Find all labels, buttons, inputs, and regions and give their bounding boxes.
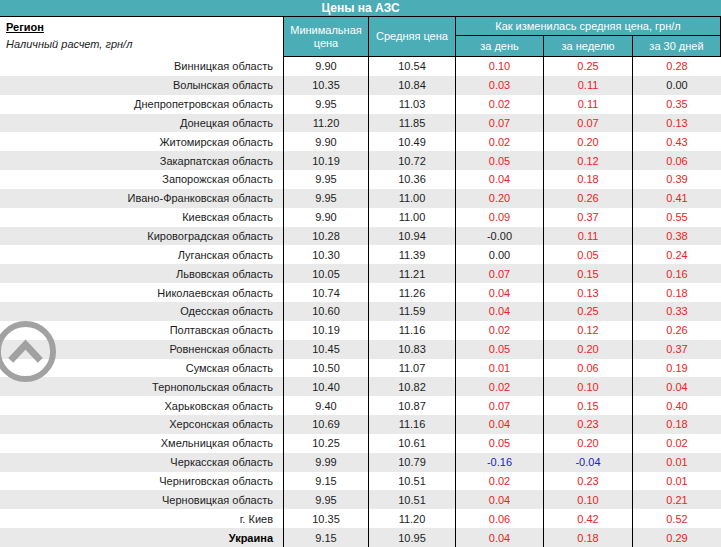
change-30days: 0.38 — [632, 227, 721, 246]
table-row: Полтавская область 10.19 11.16 0.02 0.12… — [0, 321, 721, 340]
change-day: 0.02 — [455, 95, 543, 114]
scroll-to-top-icon[interactable] — [0, 319, 58, 384]
min-price: 10.60 — [283, 302, 368, 321]
change-week: 0.20 — [543, 132, 632, 151]
change-30days: 0.26 — [632, 321, 721, 340]
table-row: Волынская область 10.35 10.84 0.03 0.11 … — [0, 76, 721, 95]
region-name: Черниговская область — [0, 472, 283, 491]
change-day: 0.02 — [455, 377, 543, 396]
change-week: 0.15 — [543, 264, 632, 283]
table-row: Житомирская область 9.90 10.49 0.02 0.20… — [0, 132, 721, 151]
table-row: Луганская область 10.30 11.39 0.00 0.05 … — [0, 245, 721, 264]
region-name: Украина — [0, 528, 283, 547]
table-row: г. Киев 10.35 11.20 0.06 0.42 0.52 — [0, 509, 721, 528]
change-30days: 0.04 — [632, 377, 721, 396]
min-price: 9.40 — [283, 396, 368, 415]
change-30days: 0.18 — [632, 283, 721, 302]
min-price: 10.30 — [283, 245, 368, 264]
change-day: -0.00 — [455, 227, 543, 246]
change-day: 0.03 — [455, 76, 543, 95]
avg-price: 11.07 — [368, 359, 455, 378]
change-30days-header: за 30 дней — [632, 36, 721, 57]
min-price: 10.40 — [283, 377, 368, 396]
table-row: Черновицкая область 9.95 10.51 0.04 0.10… — [0, 490, 721, 509]
table-row: Киевская область 9.90 11.00 0.09 0.37 0.… — [0, 208, 721, 227]
change-30days: 0.19 — [632, 359, 721, 378]
change-30days: 0.13 — [632, 114, 721, 133]
change-week: 0.12 — [543, 151, 632, 170]
change-week: 0.23 — [543, 472, 632, 491]
region-header-label: Регион — [6, 19, 283, 36]
change-week: 0.11 — [543, 76, 632, 95]
avg-price: 10.54 — [368, 57, 455, 76]
avg-price: 11.20 — [368, 509, 455, 528]
change-30days: 0.16 — [632, 264, 721, 283]
table-row: Днепропетровская область 9.95 11.03 0.02… — [0, 95, 721, 114]
min-price: 10.05 — [283, 264, 368, 283]
change-day: 0.06 — [455, 509, 543, 528]
avg-price: 10.84 — [368, 76, 455, 95]
avg-price: 11.59 — [368, 302, 455, 321]
region-name: Николаевская область — [0, 283, 283, 302]
min-price: 11.20 — [283, 114, 368, 133]
avg-price: 11.85 — [368, 114, 455, 133]
region-name: Херсонская область — [0, 415, 283, 434]
change-30days: 0.55 — [632, 208, 721, 227]
region-name: Днепропетровская область — [0, 95, 283, 114]
min-price: 10.69 — [283, 415, 368, 434]
change-week: 0.20 — [543, 340, 632, 359]
change-30days: 0.18 — [632, 415, 721, 434]
change-week: 0.06 — [543, 359, 632, 378]
avg-price: 10.61 — [368, 434, 455, 453]
min-price: 10.35 — [283, 76, 368, 95]
avg-price: 10.95 — [368, 528, 455, 547]
change-30days: 0.33 — [632, 302, 721, 321]
region-name: Винницкая область — [0, 57, 283, 76]
change-week: 0.11 — [543, 95, 632, 114]
change-day: 0.07 — [455, 396, 543, 415]
change-day: 0.05 — [455, 340, 543, 359]
change-week: 0.18 — [543, 528, 632, 547]
table-row: Донецкая область 11.20 11.85 0.07 0.07 0… — [0, 114, 721, 133]
min-price: 10.19 — [283, 321, 368, 340]
min-price: 9.95 — [283, 189, 368, 208]
region-name: Донецкая область — [0, 114, 283, 133]
change-30days: 0.28 — [632, 57, 721, 76]
table-row: Черниговская область 9.15 10.51 0.02 0.2… — [0, 472, 721, 491]
avg-price: 10.36 — [368, 170, 455, 189]
change-day: 0.09 — [455, 208, 543, 227]
region-name: Луганская область — [0, 245, 283, 264]
fuel-prices-table: Цены на АЗС Регион Наличный расчет, грн/… — [0, 0, 721, 547]
min-price: 9.95 — [283, 170, 368, 189]
avg-price: 11.03 — [368, 95, 455, 114]
change-week: 0.11 — [543, 227, 632, 246]
region-name: Черновицкая область — [0, 490, 283, 509]
change-30days: 0.02 — [632, 434, 721, 453]
avg-price-header: Средняя цена — [368, 17, 455, 57]
region-name: Запорожская область — [0, 170, 283, 189]
region-header-cell: Регион Наличный расчет, грн/л — [0, 17, 283, 57]
change-30days: 0.41 — [632, 189, 721, 208]
region-name: Харьковская область — [0, 396, 283, 415]
min-price: 10.25 — [283, 434, 368, 453]
change-day: 0.04 — [455, 415, 543, 434]
avg-price: 10.51 — [368, 472, 455, 491]
table-row: Николаевская область 10.74 11.26 0.04 0.… — [0, 283, 721, 302]
region-name: Хмельницкая область — [0, 434, 283, 453]
change-day: 0.07 — [455, 264, 543, 283]
table-row: Тернопольская область 10.40 10.82 0.02 0… — [0, 377, 721, 396]
table-row: Львовская область 10.05 11.21 0.07 0.15 … — [0, 264, 721, 283]
min-price: 9.95 — [283, 490, 368, 509]
change-week: 0.10 — [543, 490, 632, 509]
min-price: 9.90 — [283, 208, 368, 227]
min-price: 9.90 — [283, 132, 368, 151]
region-name: Львовская область — [0, 264, 283, 283]
avg-price: 11.16 — [368, 415, 455, 434]
table-row: Херсонская область 10.69 11.16 0.04 0.23… — [0, 415, 721, 434]
table-row: Закарпатская область 10.19 10.72 0.05 0.… — [0, 151, 721, 170]
table-title: Цены на АЗС — [0, 0, 721, 17]
table-row: Харьковская область 9.40 10.87 0.07 0.15… — [0, 396, 721, 415]
table-row: Черкасская область 9.99 10.79 -0.16 -0.0… — [0, 453, 721, 472]
change-day: 0.07 — [455, 114, 543, 133]
avg-price: 10.51 — [368, 490, 455, 509]
